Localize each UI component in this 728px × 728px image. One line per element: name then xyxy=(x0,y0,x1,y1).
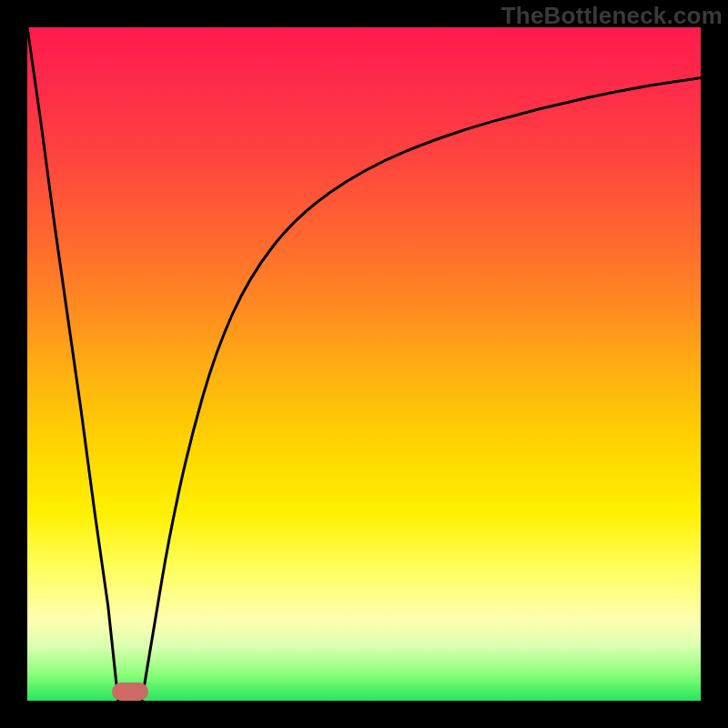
plot-area xyxy=(27,27,701,701)
curve-right-branch xyxy=(142,78,701,702)
chart-frame xyxy=(27,27,701,701)
optimum-marker xyxy=(112,682,149,701)
bottleneck-curve xyxy=(27,27,701,701)
curve-left-branch xyxy=(27,27,118,701)
watermark: TheBottleneck.com xyxy=(501,2,723,30)
